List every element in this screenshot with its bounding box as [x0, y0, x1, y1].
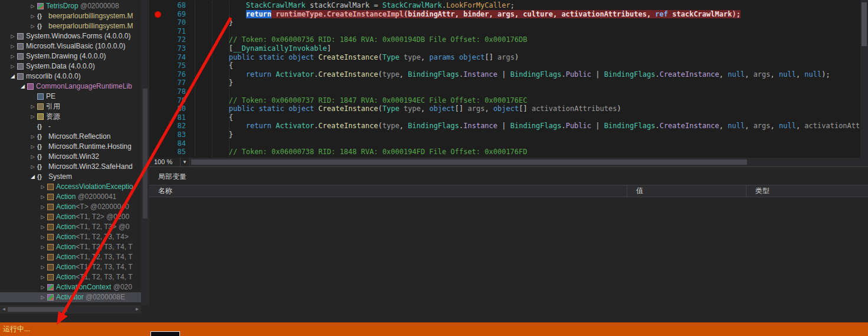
expander-collapsed-icon[interactable]: ▷	[29, 152, 37, 162]
tree-item[interactable]: ▷{}Microsoft.Win32	[0, 152, 141, 162]
expander-collapsed-icon[interactable]: ▷	[9, 51, 17, 61]
expander-collapsed-icon[interactable]: ▷	[39, 272, 47, 282]
tree-item[interactable]: ▷System.Windows.Forms (4.0.0.0)	[0, 31, 141, 41]
tree-item[interactable]: ▷AccessViolationExceptio	[0, 182, 141, 192]
scrollbar-thumb[interactable]	[191, 159, 747, 165]
code-line[interactable]: // Token: 0x06000737 RID: 1847 RVA: 0x00…	[195, 96, 860, 105]
expander-collapsed-icon[interactable]: ▷	[29, 21, 37, 31]
code-line[interactable]: {	[195, 113, 860, 122]
scrollbar-thumb[interactable]	[8, 307, 67, 312]
expander-expanded-icon[interactable]: ◢	[19, 81, 27, 92]
editor-vertical-scrollbar[interactable]	[860, 0, 868, 158]
code-line[interactable]: // Token: 0x06000738 RID: 1848 RVA: 0x00…	[195, 148, 860, 156]
code-line[interactable]	[195, 87, 860, 96]
tree-item[interactable]: ▷Action<T1, T2> @0200	[0, 212, 141, 222]
class-colored-icon	[47, 294, 54, 301]
code-line[interactable]: public static object CreateInstance(Type…	[195, 53, 860, 62]
scroll-left-arrow-icon[interactable]: ◄	[0, 305, 8, 314]
code-line[interactable]: // Token: 0x06000736 RID: 1846 RVA: 0x00…	[195, 35, 860, 44]
code-line[interactable]: return Activator.CreateInstance(type, Bi…	[195, 70, 860, 79]
tree-item[interactable]: ▷Action<T1, T2, T3, T4, T	[0, 272, 141, 282]
tree-item[interactable]: ▷引用	[0, 102, 141, 112]
expander-collapsed-icon[interactable]: ▷	[39, 282, 47, 292]
tree-item[interactable]: ▷{}Microsoft.Runtime.Hosting	[0, 142, 141, 152]
code-line[interactable]: }	[195, 79, 860, 87]
expander-collapsed-icon[interactable]: ▷	[39, 302, 47, 304]
expander-collapsed-icon[interactable]: ▷	[9, 31, 17, 41]
editor-horizontal-scrollbar[interactable]	[190, 158, 868, 167]
column-header-value[interactable]: 值	[627, 185, 746, 197]
expander-collapsed-icon[interactable]: ▷	[39, 242, 47, 252]
code-line[interactable]: public static object CreateInstance(Type…	[195, 105, 860, 113]
tree-item[interactable]: ▷{}Microsoft.Win32.SafeHand	[0, 162, 141, 172]
assembly-explorer-tree[interactable]: ▷TetrisDrop @02000008▷{}beerparlourbilli…	[0, 0, 141, 304]
scroll-right-arrow-icon[interactable]: ►	[133, 305, 141, 314]
code-text-area[interactable]: StackCrawlMark stackCrawlMark = StackCra…	[195, 1, 860, 156]
expander-collapsed-icon[interactable]: ▷	[39, 182, 47, 192]
tree-item[interactable]: ▷Action<T1, T2, T3, T4, T	[0, 262, 141, 272]
expander-collapsed-icon[interactable]: ▷	[29, 11, 37, 21]
expander-expanded-icon[interactable]: ◢	[29, 172, 37, 182]
code-line[interactable]: return Activator.CreateInstance(type, Bi…	[195, 122, 860, 131]
tree-item[interactable]: ▷	[0, 302, 141, 304]
tree-item[interactable]: ◢mscorlib (4.0.0.0)	[0, 71, 141, 81]
expander-expanded-icon[interactable]: ◢	[9, 71, 17, 81]
tree-indent	[0, 76, 9, 77]
tree-item[interactable]: ◢{}System	[0, 172, 141, 182]
code-line[interactable]: }	[195, 131, 860, 139]
code-line[interactable]: StackCrawlMark stackCrawlMark = StackCra…	[195, 1, 860, 10]
expander-collapsed-icon[interactable]: ▷	[29, 132, 37, 142]
code-line[interactable]: }	[195, 18, 860, 27]
expander-collapsed-icon[interactable]: ▷	[29, 162, 37, 172]
tree-item[interactable]: ▷Action @02000041	[0, 192, 141, 202]
tree-item[interactable]: ▷TetrisDrop @02000008	[0, 1, 141, 11]
chevron-down-icon[interactable]: ▼	[180, 158, 189, 167]
expander-collapsed-icon[interactable]: ▷	[9, 61, 17, 71]
tree-item[interactable]: ▷System.Drawing (4.0.0.0)	[0, 51, 141, 61]
tree-item[interactable]: {}-	[0, 122, 141, 132]
column-header-type[interactable]: 类型	[746, 185, 868, 197]
tree-item[interactable]: ▷Microsoft.VisualBasic (10.0.0.0)	[0, 41, 141, 51]
code-line[interactable]: [__DynamicallyInvokable]	[195, 44, 860, 53]
expander-collapsed-icon[interactable]: ▷	[39, 202, 47, 212]
expander-collapsed-icon[interactable]: ▷	[39, 212, 47, 222]
expander-collapsed-icon[interactable]: ▷	[39, 252, 47, 262]
expander-collapsed-icon[interactable]: ▷	[39, 232, 47, 242]
tree-item[interactable]: ◢CommonLanguageRuntimeLib	[0, 81, 141, 92]
tree-item[interactable]: ▷{}beerparlourbillingsystem.M	[0, 21, 141, 31]
tree-item[interactable]: ▷Activator @0200008E	[0, 292, 141, 302]
breakpoint-margin[interactable]	[149, 0, 163, 158]
tree-item[interactable]: ▷Action<T1, T2, T3> @0	[0, 222, 141, 232]
code-line[interactable]	[195, 139, 860, 148]
expander-collapsed-icon[interactable]: ▷	[39, 192, 47, 202]
breakpoint-icon[interactable]	[155, 11, 161, 18]
tree-item[interactable]: PE	[0, 92, 141, 102]
cutoff-dialog-fragment[interactable]	[150, 331, 180, 336]
code-line[interactable]: return runtimeType.CreateInstanceImpl(bi…	[195, 10, 860, 19]
tree-item[interactable]: ▷Action<T> @02000040	[0, 202, 141, 212]
expander-collapsed-icon[interactable]: ▷	[39, 292, 47, 302]
expander-collapsed-icon[interactable]: ▷	[9, 41, 17, 51]
tree-item[interactable]: ▷资源	[0, 112, 141, 122]
scrollbar-thumb[interactable]	[143, 89, 148, 218]
tree-item[interactable]: ▷Action<T1, T2, T3, T4, T	[0, 242, 141, 252]
zoom-select[interactable]: 100 %	[149, 158, 180, 167]
tree-item[interactable]: ▷{}Microsoft.Reflection	[0, 132, 141, 142]
sidebar-horizontal-scrollbar[interactable]: ◄ ►	[0, 305, 141, 314]
sidebar-vertical-scrollbar[interactable]	[141, 0, 149, 305]
tree-item[interactable]: ▷Action<T1, T2, T3, T4, T	[0, 252, 141, 262]
expander-collapsed-icon[interactable]: ▷	[29, 142, 37, 152]
expander-collapsed-icon[interactable]: ▷	[29, 112, 37, 122]
expander-collapsed-icon[interactable]: ▷	[39, 222, 47, 232]
expander-collapsed-icon[interactable]: ▷	[39, 262, 47, 272]
tree-item[interactable]: ▷ActivationContext @020	[0, 282, 141, 292]
code-line[interactable]	[195, 27, 860, 36]
expander-collapsed-icon[interactable]: ▷	[29, 1, 37, 11]
tree-item[interactable]: ▷{}beerparlourbillingsystem.M	[0, 11, 141, 21]
scrollbar-thumb[interactable]	[862, 2, 867, 46]
column-header-name[interactable]: 名称	[149, 185, 627, 197]
tree-item[interactable]: ▷Action<T1, T2, T3, T4>	[0, 232, 141, 242]
tree-item[interactable]: ▷System.Data (4.0.0.0)	[0, 61, 141, 71]
code-line[interactable]: {	[195, 61, 860, 70]
expander-collapsed-icon[interactable]: ▷	[29, 102, 37, 112]
